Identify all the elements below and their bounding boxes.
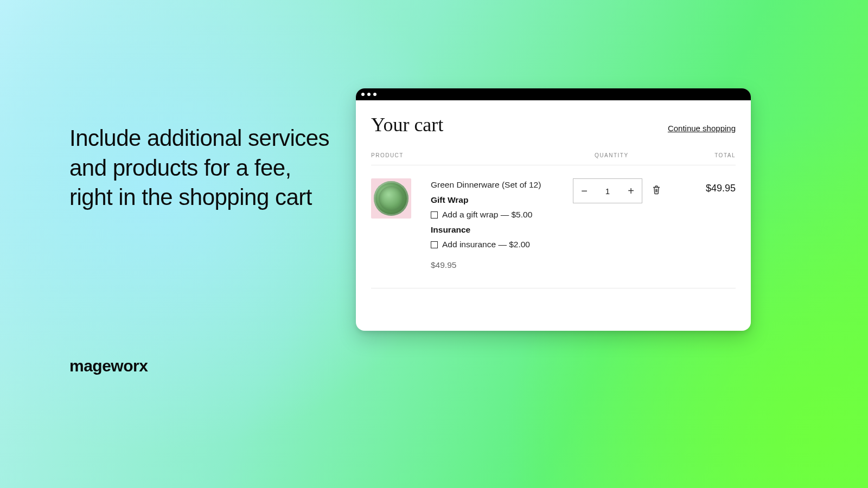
qty-increase-button[interactable]: + (620, 179, 642, 203)
unit-price: $49.95 (431, 259, 573, 272)
window-dot-min-icon (367, 93, 371, 96)
col-total: TOTAL (681, 152, 736, 158)
window-dot-max-icon (373, 93, 376, 96)
window-dot-close-icon (361, 93, 365, 96)
product-name: Green Dinnerware (Set of 12) (431, 178, 573, 191)
qty-value: 1 (605, 187, 610, 196)
browser-window: Your cart Continue shopping PRODUCT QUAN… (356, 88, 751, 331)
promo-stage: Include additional services and products… (0, 0, 868, 488)
remove-item-button[interactable] (652, 185, 661, 197)
cart-title: Your cart (371, 113, 443, 136)
option-heading-giftwrap: Gift Wrap (431, 194, 573, 207)
option-heading-insurance: Insurance (431, 223, 573, 236)
giftwrap-checkbox[interactable] (431, 211, 438, 219)
qty-decrease-button[interactable]: − (573, 179, 595, 203)
giftwrap-label: Add a gift wrap — $5.00 (442, 208, 532, 221)
col-product: PRODUCT (371, 152, 595, 158)
quantity-stepper[interactable]: − 1 + (573, 178, 642, 203)
divider (371, 288, 736, 288)
insurance-label: Add insurance — $2.00 (442, 238, 530, 251)
headline-text: Include additional services and products… (69, 124, 330, 213)
continue-shopping-link[interactable]: Continue shopping (668, 124, 736, 133)
cart-column-headers: PRODUCT QUANTITY TOTAL (371, 152, 736, 164)
plate-icon (374, 181, 409, 216)
trash-icon (652, 185, 661, 195)
window-titlebar (356, 88, 751, 100)
cart-panel: Your cart Continue shopping PRODUCT QUAN… (356, 100, 751, 288)
line-total: $49.95 (681, 178, 736, 272)
cart-line-item: Green Dinnerware (Set of 12) Gift Wrap A… (371, 165, 736, 287)
col-quantity: QUANTITY (595, 152, 681, 158)
brand-logo: mageworx (69, 357, 148, 375)
insurance-checkbox[interactable] (431, 241, 438, 248)
product-thumbnail[interactable] (371, 178, 411, 219)
